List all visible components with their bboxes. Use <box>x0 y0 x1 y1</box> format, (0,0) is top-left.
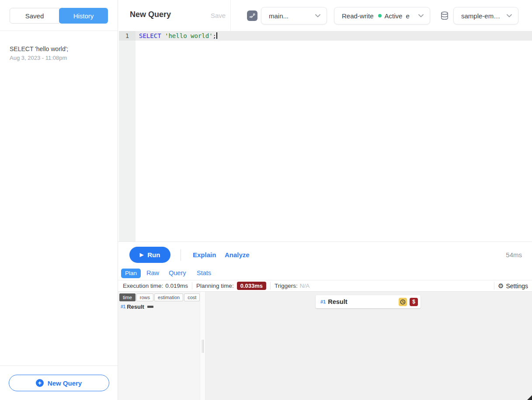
endpoint-name-truncated: e <box>406 12 409 20</box>
slow-time-badge <box>399 298 407 306</box>
dollar-icon: $ <box>412 299 415 305</box>
database-select[interactable]: sample-emplo... <box>453 7 518 24</box>
sidebar-header: Saved History <box>0 0 118 31</box>
chevron-down-icon <box>311 14 320 17</box>
tab-saved[interactable]: Saved <box>10 8 59 24</box>
query-sidebar: Saved History SELECT 'hello world'; Aug … <box>0 0 118 400</box>
planning-time-badge: 0.033ms <box>237 282 266 290</box>
new-query-button-label: New Query <box>48 379 82 387</box>
history-list-item[interactable]: SELECT 'hello world'; Aug 3, 2023 - 11:0… <box>0 31 118 61</box>
run-toolbar: ▶ Run Explain Analyze 54ms <box>118 241 532 267</box>
run-button[interactable]: ▶ Run <box>129 247 170 263</box>
metric-tab-rows[interactable]: rows <box>136 293 153 301</box>
metric-tab-cost[interactable]: cost <box>184 293 200 301</box>
settings-button[interactable]: ⚙ Settings <box>498 280 528 291</box>
resizer-grip-icon <box>202 340 202 353</box>
window-resize-handle[interactable] <box>527 395 532 400</box>
execution-time-value: 0.019ms <box>165 283 188 289</box>
branch-select[interactable]: main... <box>261 7 327 24</box>
endpoint-status: Active <box>385 12 403 20</box>
node-name: Result <box>328 298 347 305</box>
history-item-query: SELECT 'hello world'; <box>10 45 108 52</box>
chevron-down-icon <box>502 14 512 17</box>
play-icon: ▶ <box>140 252 143 257</box>
saved-history-segmented-control: Saved History <box>10 8 108 24</box>
text-cursor <box>216 32 217 39</box>
tab-raw[interactable]: Raw <box>146 269 159 276</box>
sql-editor[interactable]: 1 SELECT 'hello world'; <box>118 31 532 241</box>
plus-circle-icon: + <box>36 379 44 387</box>
branch-select-value: main... <box>269 12 289 20</box>
stats-divider <box>494 282 494 290</box>
result-tabs: Plan Raw Query Stats <box>118 267 532 280</box>
sql-keyword: SELECT <box>139 32 161 39</box>
stats-divider <box>192 282 192 290</box>
plan-panel-resizer[interactable] <box>200 292 205 400</box>
editor-gutter <box>119 31 136 241</box>
tab-plan[interactable]: Plan <box>121 269 141 278</box>
plan-stats-bar: Execution time: 0.019ms Planning time: 0… <box>118 280 532 292</box>
explain-button[interactable]: Explain <box>193 251 216 259</box>
topbar-divider <box>230 0 231 31</box>
settings-label: Settings <box>506 283 528 290</box>
plan-metric-tabs: time rows estimation cost <box>119 293 200 301</box>
line-number: 1 <box>119 31 136 41</box>
editor-topbar: New Query Save main... Read-write Active… <box>118 0 532 31</box>
node-badges: $ <box>399 298 418 306</box>
active-status-dot-icon <box>378 14 382 17</box>
metric-tab-estimation[interactable]: estimation <box>154 293 183 301</box>
sidebar-footer: + New Query <box>0 366 118 400</box>
plan-tree-row[interactable]: #1 Result <box>121 303 153 310</box>
history-item-timestamp: Aug 3, 2023 - 11:08pm <box>10 55 108 61</box>
analyze-button[interactable]: Analyze <box>225 251 250 259</box>
database-select-value: sample-emplo... <box>461 12 502 20</box>
run-button-label: Run <box>147 251 160 259</box>
high-cost-badge: $ <box>410 298 418 306</box>
plan-diagram-panel: #1 Result $ <box>205 292 532 400</box>
chevron-down-icon <box>414 14 424 17</box>
sql-punctuation: ; <box>213 32 216 39</box>
query-duration: 54ms <box>506 251 522 259</box>
tab-stats[interactable]: Stats <box>197 269 211 276</box>
triggers-label: Triggers: <box>275 283 298 289</box>
plan-node-result[interactable]: #1 Result $ <box>316 295 421 308</box>
tab-query[interactable]: Query <box>169 269 186 276</box>
stats-divider <box>270 282 271 290</box>
new-query-button[interactable]: + New Query <box>9 375 109 391</box>
node-index: #1 <box>320 299 326 304</box>
resizer-grip-icon <box>203 340 204 353</box>
toolbar-divider <box>181 249 181 261</box>
endpoint-select[interactable]: Read-write Active e <box>334 7 430 24</box>
node-index: #1 <box>121 304 125 309</box>
branch-icon <box>247 10 257 21</box>
database-icon <box>440 11 449 21</box>
time-bar-indicator <box>147 306 153 308</box>
execution-time-label: Execution time: <box>123 283 163 289</box>
metric-tab-time[interactable]: time <box>119 293 136 301</box>
sql-string-literal: 'hello world' <box>165 32 213 39</box>
gear-icon: ⚙ <box>498 283 504 289</box>
code-line: SELECT 'hello world'; <box>139 31 217 41</box>
planning-time-label: Planning time: <box>196 283 234 289</box>
save-button[interactable]: Save <box>211 12 226 19</box>
triggers-value: N/A <box>300 283 310 289</box>
plan-tree-panel: time rows estimation cost #1 Result <box>118 292 200 400</box>
tab-history[interactable]: History <box>59 8 108 24</box>
page-title: New Query <box>130 10 171 19</box>
endpoint-role: Read-write <box>342 12 374 20</box>
node-name: Result <box>127 303 144 310</box>
